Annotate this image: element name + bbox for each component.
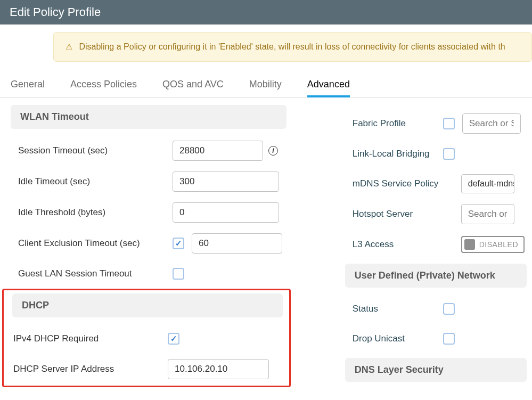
drop-unicast-checkbox[interactable] — [443, 333, 455, 345]
guest-lan-label: Guest LAN Session Timeout — [18, 268, 173, 279]
content-area: ⚠ Disabling a Policy or configuring it i… — [0, 25, 532, 394]
link-local-bridging-label: Link-Local Bridging — [353, 149, 443, 159]
session-timeout-label: Session Timeout (sec) — [18, 145, 173, 156]
l3-access-label: L3 Access — [353, 239, 443, 250]
client-exclusion-checkbox[interactable]: ✓ — [173, 238, 184, 249]
udn-status-checkbox[interactable] — [443, 303, 455, 315]
l3-access-toggle-text: DISABLED — [479, 240, 518, 249]
section-dns-layer: DNS Layer Security — [345, 358, 527, 382]
form-panel: WLAN Timeout Session Timeout (sec) i Idl… — [0, 97, 532, 394]
warning-text: Disabling a Policy or configuring it in … — [79, 42, 505, 51]
section-dhcp: DHCP — [12, 293, 283, 317]
section-udn: User Defined (Private) Network — [345, 264, 527, 288]
left-column: WLAN Timeout Session Timeout (sec) i Idl… — [11, 105, 287, 387]
tab-access-policies[interactable]: Access Policies — [70, 79, 137, 97]
row-hotspot-server: Hotspot Server — [345, 199, 527, 230]
fabric-profile-checkbox[interactable] — [443, 118, 455, 129]
udn-status-label: Status — [353, 304, 443, 314]
tab-mobility[interactable]: Mobility — [249, 79, 282, 97]
hotspot-server-select[interactable] — [461, 204, 514, 224]
toggle-knob-icon — [464, 239, 475, 250]
row-drop-unicast: Drop Unicast — [345, 324, 527, 354]
info-icon[interactable]: i — [268, 146, 278, 156]
section-wlan-timeout: WLAN Timeout — [11, 105, 287, 129]
l3-access-toggle[interactable]: DISABLED — [461, 236, 525, 253]
client-exclusion-label: Client Exclusion Timeout (sec) — [18, 238, 173, 249]
idle-timeout-label: Idle Timeout (sec) — [18, 176, 173, 187]
row-link-local-bridging: Link-Local Bridging — [345, 139, 527, 169]
link-local-bridging-checkbox[interactable] — [443, 148, 455, 160]
dhcp-highlight: DHCP IPv4 DHCP Required ✓ DHCP Server IP… — [2, 289, 291, 387]
row-idle-threshold: Idle Threshold (bytes) — [11, 197, 287, 228]
page-title: Edit Policy Profile — [0, 0, 532, 25]
fabric-profile-select[interactable] — [462, 113, 521, 134]
row-ipv4-dhcp-required: IPv4 DHCP Required ✓ — [6, 324, 287, 354]
dhcp-server-ip-input[interactable] — [168, 359, 269, 379]
session-timeout-input[interactable] — [173, 141, 263, 161]
client-exclusion-input[interactable] — [192, 233, 282, 254]
mdns-policy-label: mDNS Service Policy — [353, 178, 443, 189]
row-dhcp-server-ip: DHCP Server IP Address — [6, 354, 287, 385]
guest-lan-checkbox[interactable] — [173, 268, 184, 280]
tab-bar: General Access Policies QOS and AVC Mobi… — [0, 71, 532, 97]
mdns-policy-select[interactable]: default-mdns- — [461, 174, 514, 193]
tab-advanced[interactable]: Advanced — [307, 79, 350, 97]
idle-timeout-input[interactable] — [173, 172, 279, 192]
right-column: Fabric Profile Link-Local Bridging mDNS … — [345, 105, 527, 388]
row-mdns-policy: mDNS Service Policy default-mdns- — [345, 169, 527, 199]
dhcp-server-ip-label: DHCP Server IP Address — [13, 364, 168, 374]
row-idle-timeout: Idle Timeout (sec) — [11, 166, 287, 197]
idle-threshold-label: Idle Threshold (bytes) — [18, 207, 173, 218]
row-fabric-profile: Fabric Profile — [345, 108, 527, 139]
tab-qos-avc[interactable]: QOS and AVC — [162, 79, 224, 97]
hotspot-server-label: Hotspot Server — [353, 209, 443, 219]
ipv4-dhcp-required-label: IPv4 DHCP Required — [13, 333, 168, 344]
row-client-exclusion: Client Exclusion Timeout (sec) ✓ — [11, 228, 287, 259]
warning-icon: ⚠ — [66, 42, 72, 52]
warning-alert: ⚠ Disabling a Policy or configuring it i… — [53, 32, 532, 62]
row-guest-lan: Guest LAN Session Timeout — [11, 259, 287, 289]
row-session-timeout: Session Timeout (sec) i — [11, 135, 287, 166]
tab-general[interactable]: General — [11, 79, 45, 97]
fabric-profile-label: Fabric Profile — [353, 118, 443, 129]
row-l3-access: L3 Access DISABLED — [345, 230, 527, 259]
drop-unicast-label: Drop Unicast — [353, 333, 443, 344]
idle-threshold-input[interactable] — [173, 202, 279, 223]
ipv4-dhcp-required-checkbox[interactable]: ✓ — [168, 333, 179, 345]
row-udn-status: Status — [345, 294, 527, 324]
